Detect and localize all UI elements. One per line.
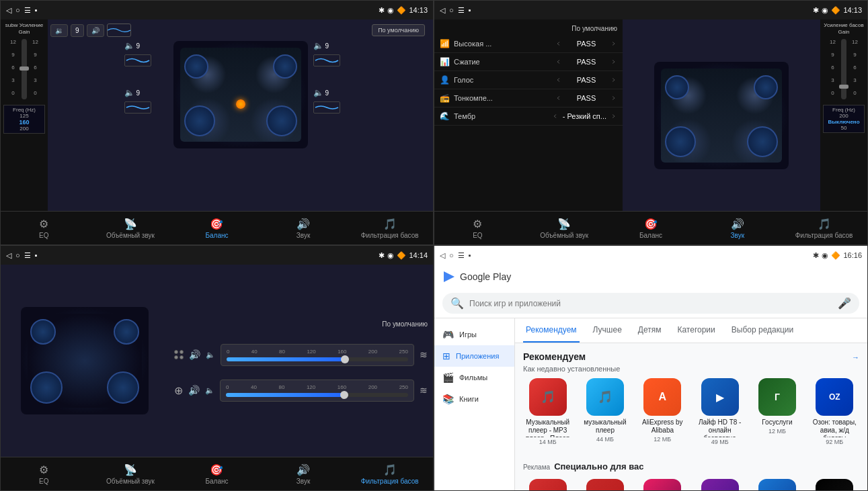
- app-card-mvideo[interactable]: М Мвидео: [580, 479, 629, 490]
- back-btn-q3[interactable]: ◁: [6, 251, 11, 260]
- gplay-nav-games[interactable]: 🎮 Игры: [434, 324, 514, 345]
- slider-container-2[interactable]: 04080120160200250: [220, 380, 414, 402]
- record-btn-q1[interactable]: ▪: [35, 6, 38, 14]
- bottom-nav-q3: ⚙ EQ 📡 Объёмный звук 🎯 Баланс 🔊 Звук 🎵 Ф…: [1, 457, 433, 490]
- mic-icon-q4[interactable]: 🎤: [838, 297, 851, 310]
- nav-sound-q1[interactable]: 🔊 Звук: [260, 215, 347, 242]
- quadrant-2: ◁ ○ ☰ ▪ ✱ ◉ 🔶 14:13 По умолчанию 📶 Высок…: [434, 0, 868, 245]
- chevron-left-1[interactable]: ﹤: [555, 57, 562, 66]
- side-ctrl-br: 🔈 9: [313, 88, 357, 97]
- nav-surround-q2[interactable]: 📡 Объёмный звук: [521, 215, 608, 242]
- app-card-mechta[interactable]: M Мечта: [752, 479, 801, 490]
- gplay-nav-books[interactable]: 📚 Книги: [434, 388, 514, 410]
- app-icon-mechta: M: [758, 479, 796, 490]
- nav-filter-q2[interactable]: 🎵 Фильтрация басов: [781, 215, 867, 242]
- app-card-muzmo[interactable]: ♪ Музыка: [638, 479, 687, 490]
- home-btn-q4[interactable]: ○: [449, 251, 454, 259]
- menu-btn-q2[interactable]: ☰: [458, 6, 465, 15]
- chevron-right-1[interactable]: ﹥: [610, 57, 617, 66]
- sound-value-1: PASS: [566, 58, 606, 66]
- menu-btn-q3[interactable]: ☰: [24, 251, 31, 260]
- search-input-q4[interactable]: [469, 299, 832, 308]
- sound-row-4[interactable]: 🌊 Тембр ﹤ - Резкий сп... ﹥: [434, 107, 623, 126]
- app-card-flowerbud[interactable]: ✿ Приложение: [695, 479, 744, 490]
- nav-balance-q3[interactable]: 🎯 Баланс: [173, 461, 260, 488]
- app-card-gosuslugi[interactable]: Г Госуслуги 12 МБ: [752, 378, 801, 445]
- sound-row-2[interactable]: 👤 Голос ﹤ PASS ﹥: [434, 71, 623, 89]
- chevron-left-3[interactable]: ﹤: [555, 93, 562, 103]
- app-card-oz[interactable]: OZ Озон: товары, авиа, ж/д билеты 92 МБ: [810, 378, 859, 445]
- recommend-title: Рекомендуем: [523, 351, 586, 362]
- sound-row-1[interactable]: 📊 Сжатие ﹤ PASS ﹥: [434, 53, 623, 71]
- sound-row-0[interactable]: 📶 Высокая ... ﹤ PASS ﹥: [434, 35, 623, 53]
- gplay-search-box[interactable]: 🔍 🎤: [442, 293, 859, 314]
- recommend-more[interactable]: →: [852, 353, 859, 361]
- tab-editors[interactable]: Выбор редакции: [729, 318, 796, 343]
- chevron-left-4[interactable]: ﹤: [552, 111, 559, 121]
- home-btn-q1[interactable]: ○: [15, 6, 20, 14]
- nav-balance-q2[interactable]: 🎯 Баланс: [608, 215, 695, 242]
- slider-track-1[interactable]: [227, 357, 408, 361]
- tab-kids[interactable]: Детям: [635, 318, 664, 343]
- nav-eq-q2[interactable]: ⚙ EQ: [434, 215, 521, 242]
- chevron-right-2[interactable]: ﹥: [610, 75, 617, 85]
- q4-main: Google Play 🔍 🎤 🎮 Игры ⊞ Приложения: [434, 265, 867, 490]
- back-btn-q2[interactable]: ◁: [440, 6, 445, 15]
- nav-surround-q3[interactable]: 📡 Объёмный звук: [87, 461, 174, 488]
- chevron-right-3[interactable]: ﹥: [610, 93, 617, 103]
- nav-filter-q3[interactable]: 🎵 Фильтрация басов: [346, 461, 433, 488]
- home-btn-q2[interactable]: ○: [449, 6, 454, 14]
- menu-btn-q1[interactable]: ☰: [24, 6, 31, 15]
- slider-icon-vol-1: 🔊: [189, 349, 200, 360]
- eq-slider-q2[interactable]: [841, 39, 846, 99]
- knob-dot-r: [180, 350, 184, 354]
- vol-up-btn[interactable]: 🔊: [87, 24, 104, 37]
- tab-categories[interactable]: Категории: [674, 318, 717, 343]
- nav-sound-q3[interactable]: 🔊 Звук: [260, 461, 347, 488]
- record-btn-q4[interactable]: ▪: [469, 251, 471, 259]
- tab-top[interactable]: Лучшее: [590, 318, 625, 343]
- nav-surround-q1[interactable]: 📡 Объёмный звук: [87, 215, 174, 242]
- back-btn-q1[interactable]: ◁: [6, 6, 11, 15]
- back-btn-q4[interactable]: ◁: [440, 251, 445, 260]
- record-btn-q2[interactable]: ▪: [469, 6, 471, 14]
- record-btn-q3[interactable]: ▪: [35, 251, 38, 259]
- app-card-musicplayer[interactable]: 🎵 музыкальный плеер 44 МБ: [580, 378, 629, 445]
- home-btn-q3[interactable]: ○: [15, 251, 20, 259]
- nav-sound-q2[interactable]: 🔊 Звук: [694, 215, 781, 242]
- app-card-metro[interactable]: М Метро: [523, 479, 572, 490]
- tab-recommended[interactable]: Рекомендуем: [523, 318, 580, 343]
- nav-filter-q1[interactable]: 🎵 Фильтрация басов: [346, 215, 433, 242]
- knob-dot-bl: [174, 355, 178, 359]
- app-card-laif[interactable]: ▶ Лайф HD T8 - онлайн бесплатно 49 МБ: [695, 378, 744, 445]
- chevron-right-4[interactable]: ﹥: [610, 111, 617, 121]
- sound-row-3[interactable]: 📻 Тонкомпе... ﹤ PASS ﹥: [434, 89, 623, 107]
- vol-down-btn[interactable]: 🔉: [50, 24, 68, 37]
- app-size-aliexpress: 12 МБ: [654, 436, 671, 443]
- slider-container-1[interactable]: 04080120160200250: [221, 344, 414, 366]
- preset-btn-q1[interactable]: По умолчанию: [372, 24, 425, 36]
- gplay-nav-movies[interactable]: 🎬 Фильмы: [434, 367, 514, 388]
- nav-balance-q1[interactable]: 🎯 Баланс: [173, 215, 260, 242]
- slider-icon-vol-2: 🔊: [188, 385, 200, 396]
- app-icon-laif: ▶: [701, 378, 739, 416]
- app-card-tiktok[interactable]: ♪ TikTok: [810, 479, 859, 490]
- nav-surround-icon-q2: 📡: [557, 218, 571, 230]
- app-card-aliexpress[interactable]: A AliExpress by Alibaba 12 МБ: [638, 378, 687, 445]
- nav-eq-q1[interactable]: ⚙ EQ: [1, 215, 87, 242]
- app-card-music2021[interactable]: 🎵 Музыкальный плеер - MP3 плеер , Плеер …: [523, 378, 572, 445]
- menu-btn-q4[interactable]: ☰: [458, 251, 465, 260]
- nav-eq-q3[interactable]: ⚙ EQ: [1, 461, 87, 488]
- eq-slider-left[interactable]: [22, 39, 27, 99]
- ad-label: Реклама: [523, 463, 550, 471]
- special-apps-row: М Метро М Мвидео ♪: [523, 479, 859, 490]
- chevron-left-0[interactable]: ﹤: [555, 39, 562, 48]
- slider-track-2[interactable]: [226, 393, 408, 397]
- chevron-left-2[interactable]: ﹤: [555, 75, 562, 85]
- chevron-right-0[interactable]: ﹥: [610, 39, 617, 48]
- knob-dot-br: [180, 355, 184, 359]
- freq-box-q2: Freq (Hz) 200 Выключено 50: [823, 105, 865, 133]
- apps-label: Приложения: [456, 352, 499, 360]
- gplay-nav-apps[interactable]: ⊞ Приложения: [434, 345, 514, 367]
- slider-row-1: 🔊 🔈 04080120160200250 ≋: [174, 344, 428, 366]
